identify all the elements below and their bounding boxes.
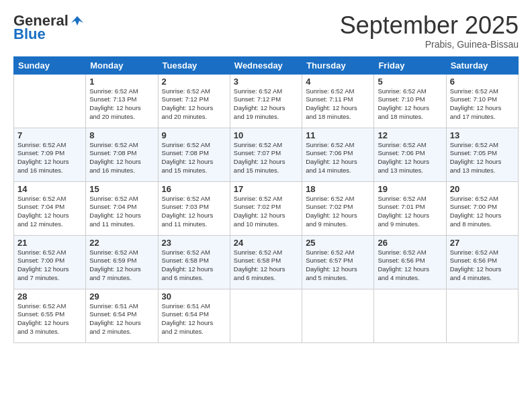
day-number: 22 xyxy=(89,238,154,248)
col-header-monday: Monday xyxy=(86,56,158,74)
col-header-sunday: Sunday xyxy=(14,56,86,74)
day-info: Sunrise: 6:52 AM Sunset: 7:01 PM Dayligh… xyxy=(378,195,442,229)
day-number: 2 xyxy=(162,77,226,87)
calendar-cell: 18Sunrise: 6:52 AM Sunset: 7:02 PM Dayli… xyxy=(302,181,374,235)
col-header-saturday: Saturday xyxy=(446,56,518,74)
page: General Blue September 2025 Prabis, Guin… xyxy=(0,0,532,411)
calendar-cell xyxy=(374,289,446,342)
day-number: 3 xyxy=(234,77,298,87)
calendar-cell: 13Sunrise: 6:52 AM Sunset: 7:05 PM Dayli… xyxy=(446,128,518,181)
calendar-cell: 7Sunrise: 6:52 AM Sunset: 7:09 PM Daylig… xyxy=(14,128,86,181)
col-header-wednesday: Wednesday xyxy=(230,56,302,74)
calendar-table: SundayMondayTuesdayWednesdayThursdayFrid… xyxy=(13,56,519,343)
day-info: Sunrise: 6:52 AM Sunset: 7:10 PM Dayligh… xyxy=(450,87,515,122)
day-info: Sunrise: 6:52 AM Sunset: 7:06 PM Dayligh… xyxy=(306,141,370,175)
day-number: 28 xyxy=(17,291,82,302)
day-number: 30 xyxy=(162,291,226,302)
week-row-3: 14Sunrise: 6:52 AM Sunset: 7:04 PM Dayli… xyxy=(14,181,519,235)
calendar-cell: 26Sunrise: 6:52 AM Sunset: 6:56 PM Dayli… xyxy=(374,235,446,289)
calendar-cell: 27Sunrise: 6:52 AM Sunset: 6:56 PM Dayli… xyxy=(446,235,518,289)
calendar-cell xyxy=(14,74,86,128)
day-info: Sunrise: 6:52 AM Sunset: 6:57 PM Dayligh… xyxy=(306,248,370,283)
day-number: 9 xyxy=(162,130,226,140)
day-info: Sunrise: 6:52 AM Sunset: 6:56 PM Dayligh… xyxy=(450,248,515,283)
col-header-tuesday: Tuesday xyxy=(158,56,230,74)
day-number: 1 xyxy=(89,77,154,87)
day-info: Sunrise: 6:52 AM Sunset: 7:06 PM Dayligh… xyxy=(378,141,442,175)
day-number: 23 xyxy=(162,238,226,248)
month-title: September 2025 xyxy=(340,12,519,39)
calendar-cell: 3Sunrise: 6:52 AM Sunset: 7:12 PM Daylig… xyxy=(230,74,302,128)
day-info: Sunrise: 6:52 AM Sunset: 6:55 PM Dayligh… xyxy=(17,302,82,336)
week-row-2: 7Sunrise: 6:52 AM Sunset: 7:09 PM Daylig… xyxy=(14,128,519,181)
day-number: 5 xyxy=(378,77,442,87)
day-info: Sunrise: 6:52 AM Sunset: 6:59 PM Dayligh… xyxy=(89,248,154,283)
day-number: 26 xyxy=(378,238,442,248)
day-number: 6 xyxy=(450,77,515,87)
week-row-5: 28Sunrise: 6:52 AM Sunset: 6:55 PM Dayli… xyxy=(14,289,519,342)
calendar-cell: 21Sunrise: 6:52 AM Sunset: 7:00 PM Dayli… xyxy=(14,235,86,289)
calendar-cell: 20Sunrise: 6:52 AM Sunset: 7:00 PM Dayli… xyxy=(446,181,518,235)
day-info: Sunrise: 6:52 AM Sunset: 7:05 PM Dayligh… xyxy=(450,141,515,175)
day-info: Sunrise: 6:52 AM Sunset: 7:00 PM Dayligh… xyxy=(450,195,515,229)
day-number: 24 xyxy=(234,238,298,248)
day-info: Sunrise: 6:52 AM Sunset: 7:11 PM Dayligh… xyxy=(306,87,370,122)
calendar-cell: 24Sunrise: 6:52 AM Sunset: 6:58 PM Dayli… xyxy=(230,235,302,289)
day-number: 15 xyxy=(89,184,154,194)
day-info: Sunrise: 6:52 AM Sunset: 7:13 PM Dayligh… xyxy=(89,87,154,122)
day-number: 19 xyxy=(378,184,442,194)
day-number: 20 xyxy=(450,184,515,194)
day-number: 7 xyxy=(17,130,82,140)
calendar-cell: 4Sunrise: 6:52 AM Sunset: 7:11 PM Daylig… xyxy=(302,74,374,128)
day-number: 14 xyxy=(17,184,82,194)
day-number: 13 xyxy=(450,130,515,140)
calendar-cell: 8Sunrise: 6:52 AM Sunset: 7:08 PM Daylig… xyxy=(86,128,158,181)
calendar-cell: 6Sunrise: 6:52 AM Sunset: 7:10 PM Daylig… xyxy=(446,74,518,128)
calendar-cell: 25Sunrise: 6:52 AM Sunset: 6:57 PM Dayli… xyxy=(302,235,374,289)
day-number: 8 xyxy=(89,130,154,140)
day-number: 21 xyxy=(17,238,82,248)
day-info: Sunrise: 6:52 AM Sunset: 7:00 PM Dayligh… xyxy=(17,248,82,283)
calendar-cell: 1Sunrise: 6:52 AM Sunset: 7:13 PM Daylig… xyxy=(86,74,158,128)
day-info: Sunrise: 6:52 AM Sunset: 7:12 PM Dayligh… xyxy=(162,87,226,122)
day-info: Sunrise: 6:51 AM Sunset: 6:54 PM Dayligh… xyxy=(162,302,226,336)
day-info: Sunrise: 6:52 AM Sunset: 7:10 PM Dayligh… xyxy=(378,87,442,122)
svg-marker-0 xyxy=(71,16,83,26)
day-info: Sunrise: 6:52 AM Sunset: 7:02 PM Dayligh… xyxy=(234,195,298,229)
calendar-cell: 19Sunrise: 6:52 AM Sunset: 7:01 PM Dayli… xyxy=(374,181,446,235)
col-header-friday: Friday xyxy=(374,56,446,74)
day-number: 17 xyxy=(234,184,298,194)
header: General Blue September 2025 Prabis, Guin… xyxy=(13,12,519,50)
calendar-cell: 10Sunrise: 6:52 AM Sunset: 7:07 PM Dayli… xyxy=(230,128,302,181)
day-info: Sunrise: 6:52 AM Sunset: 7:04 PM Dayligh… xyxy=(17,195,82,229)
day-info: Sunrise: 6:52 AM Sunset: 7:12 PM Dayligh… xyxy=(234,87,298,122)
day-info: Sunrise: 6:52 AM Sunset: 6:58 PM Dayligh… xyxy=(162,248,226,283)
day-info: Sunrise: 6:51 AM Sunset: 6:54 PM Dayligh… xyxy=(89,302,154,336)
day-info: Sunrise: 6:52 AM Sunset: 7:07 PM Dayligh… xyxy=(234,141,298,175)
col-header-thursday: Thursday xyxy=(302,56,374,74)
calendar-cell xyxy=(302,289,374,342)
day-number: 18 xyxy=(306,184,370,194)
calendar-cell: 29Sunrise: 6:51 AM Sunset: 6:54 PM Dayli… xyxy=(86,289,158,342)
day-number: 29 xyxy=(89,291,154,302)
location: Prabis, Guinea-Bissau xyxy=(340,39,519,50)
calendar-header-row: SundayMondayTuesdayWednesdayThursdayFrid… xyxy=(14,56,519,74)
calendar-cell: 5Sunrise: 6:52 AM Sunset: 7:10 PM Daylig… xyxy=(374,74,446,128)
day-number: 16 xyxy=(162,184,226,194)
calendar-cell: 17Sunrise: 6:52 AM Sunset: 7:02 PM Dayli… xyxy=(230,181,302,235)
logo-bird-icon xyxy=(70,13,85,28)
day-number: 27 xyxy=(450,238,515,248)
day-info: Sunrise: 6:52 AM Sunset: 7:03 PM Dayligh… xyxy=(162,195,226,229)
day-number: 10 xyxy=(234,130,298,140)
day-info: Sunrise: 6:52 AM Sunset: 7:08 PM Dayligh… xyxy=(162,141,226,175)
calendar-cell xyxy=(230,289,302,342)
week-row-4: 21Sunrise: 6:52 AM Sunset: 7:00 PM Dayli… xyxy=(14,235,519,289)
day-info: Sunrise: 6:52 AM Sunset: 7:09 PM Dayligh… xyxy=(17,141,82,175)
day-number: 11 xyxy=(306,130,370,140)
calendar-cell: 9Sunrise: 6:52 AM Sunset: 7:08 PM Daylig… xyxy=(158,128,230,181)
logo: General Blue xyxy=(13,12,85,43)
calendar-cell: 22Sunrise: 6:52 AM Sunset: 6:59 PM Dayli… xyxy=(86,235,158,289)
calendar-cell: 16Sunrise: 6:52 AM Sunset: 7:03 PM Dayli… xyxy=(158,181,230,235)
day-number: 25 xyxy=(306,238,370,248)
calendar-cell: 28Sunrise: 6:52 AM Sunset: 6:55 PM Dayli… xyxy=(14,289,86,342)
